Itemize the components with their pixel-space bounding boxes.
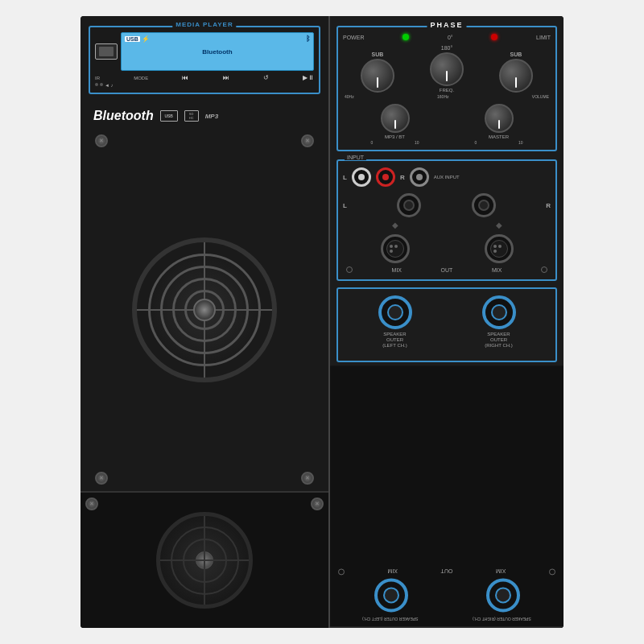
rca-row: L R AUX INPUT [343, 167, 551, 187]
knob-sub-left[interactable] [361, 59, 394, 93]
aux-input-label: AUX INPUT [434, 175, 460, 180]
bluetooth-symbol: ᛒ [306, 35, 310, 43]
bottom-right-panel: SPEAKER OUTER (LEFT CH.) SPEAKER OUTER (… [330, 365, 564, 628]
device-container: MEDIA PLAYER USB ⚡ Bluetooth ᛒ [0, 0, 644, 644]
left-channel-label: L [343, 174, 347, 181]
scale-0-l: 0 [371, 140, 374, 145]
play-pause-button[interactable]: ▶⏸ [303, 74, 314, 81]
media-player-section: MEDIA PLAYER USB ⚡ Bluetooth ᛒ [89, 26, 320, 94]
mix-right-label: MIX [492, 267, 502, 273]
main-panel: MEDIA PLAYER USB ⚡ Bluetooth ᛒ [80, 16, 564, 628]
usb-tag: USB [125, 36, 140, 42]
diamond-2: ◆ [496, 221, 502, 229]
xlr-dot-5 [498, 245, 502, 248]
quarter-r-label: R [546, 202, 551, 209]
xlr-dot-2 [394, 245, 398, 248]
speaker-jack-right-inner [491, 304, 507, 320]
bt-icons-row: Bluetooth USB SDHC MP3 [93, 109, 320, 123]
prev-button[interactable]: ⏮ [182, 74, 188, 81]
sd-badge: SDHC [184, 110, 199, 122]
bottom-screw-tr [311, 497, 324, 510]
bottom-out-label: TUO [441, 569, 453, 575]
screw-top-left [95, 134, 108, 147]
led-power-green [402, 34, 409, 40]
mix-left-label: MIX [392, 267, 402, 273]
quarter-jack-right-inner [478, 200, 489, 211]
screw-bottom-right [301, 472, 314, 485]
xlr-dot-4 [493, 245, 497, 248]
bottom-speaker-jack-right-inner [495, 587, 511, 603]
hz40-label: 40Hz [345, 94, 354, 99]
rca-aux-jack [410, 167, 429, 187]
bottom-speaker-jack-left-inner [383, 587, 399, 603]
speaker-left-label: SPEAKEROUTER(LEFT CH.) [382, 332, 407, 349]
quarter-jack-left [397, 193, 421, 217]
usb-icon-badge: USB [160, 110, 178, 122]
knob-mp3-bt[interactable] [381, 104, 410, 133]
sd-card-text: SDHC [189, 112, 194, 120]
fan-ring-4 [184, 290, 225, 330]
sub-left-label: SUB [372, 52, 384, 57]
phase-top-row: POWER 0° LIMIT [343, 34, 551, 40]
bottom-speaker-right-label: SPEAKER OUTER (RIGHT CH.) [473, 617, 531, 621]
quarter-l-label: L [343, 202, 347, 209]
speaker-left-connector: SPEAKEROUTER(LEFT CH.) [378, 295, 412, 349]
mp3-icon: MP3 [205, 113, 218, 120]
knob-group-sub-r: SUB [499, 52, 533, 93]
volume-symbol: ◄ ♪ [105, 83, 114, 88]
out-label: OUT [441, 267, 453, 273]
display-screen: USB ⚡ Bluetooth ᛒ [121, 32, 314, 71]
fan-section [89, 128, 320, 491]
knob-freq[interactable] [430, 52, 464, 86]
bottom-fan-cross-v [204, 516, 205, 605]
dot-1 [95, 83, 98, 86]
bluetooth-label: Bluetooth [93, 109, 154, 123]
knob-master[interactable] [485, 104, 514, 133]
usb-icon-text: USB [164, 114, 173, 118]
knob-sub-right[interactable] [499, 59, 533, 93]
fan-ring-1 [148, 254, 261, 366]
speaker-jack-right [482, 295, 516, 329]
xlr-right-dots [493, 245, 505, 253]
sub-right-label: SUB [510, 52, 522, 57]
xlr-row [343, 234, 551, 263]
right-channel-label: R [400, 174, 405, 181]
usb-icon-small: ⚡ [142, 35, 150, 43]
knob-row-2: MP3 / BT MASTER [343, 104, 551, 139]
scale-10-r: 10 [518, 140, 523, 145]
phase-title: PHASE [427, 21, 466, 29]
bottom-speaker-jack-left [374, 578, 408, 612]
right-panel: PHASE POWER 0° LIMIT SUB 180° [330, 16, 564, 628]
media-player-title: MEDIA PLAYER [172, 21, 236, 28]
fan-center [193, 299, 216, 321]
xlr-left-dots [390, 245, 401, 253]
knob-row-1: SUB 180° FREQ. SUB [343, 45, 551, 93]
xlr-left-inner [386, 240, 404, 258]
mp3-bt-label: MP3 / BT [385, 134, 405, 139]
prev-track-button[interactable]: ⏭ [223, 74, 229, 81]
speaker-jack-left [378, 295, 412, 329]
scale-0-r: 0 [475, 140, 477, 145]
bottom-mix-left: MIX [388, 569, 398, 575]
led-limit-red [491, 34, 497, 40]
bottom-left-panel [80, 491, 328, 628]
mix-out-row: MIX OUT MIX [343, 266, 551, 273]
repeat-button[interactable]: ↺ [263, 74, 269, 81]
speaker-jack-left-inner [387, 304, 403, 320]
input-title: INPUT [345, 155, 366, 160]
bottom-speaker-jack-right [486, 578, 520, 612]
bottom-speaker-left-label: SPEAKER OUTER (LEFT CH.) [362, 617, 418, 621]
speaker-right-label: SPEAKEROUTER(RIGHT CH.) [485, 332, 513, 349]
fan-ring-2 [160, 266, 249, 354]
mode-label: MODE [134, 76, 148, 80]
vol-label: VOLUME [532, 94, 549, 99]
dot-2 [100, 83, 103, 86]
rca-white-center [358, 174, 365, 180]
xlr-jack-right [485, 234, 514, 263]
limit-label: LIMIT [536, 35, 551, 40]
bottom-screw-tl [85, 497, 98, 510]
speaker-out-section: SPEAKEROUTER(LEFT CH.) SPEAKEROUTER(RIGH… [336, 287, 557, 362]
knob-group-master: MASTER [485, 104, 514, 139]
quarter-jack-left-inner [403, 200, 415, 211]
power-label: POWER [343, 35, 364, 40]
